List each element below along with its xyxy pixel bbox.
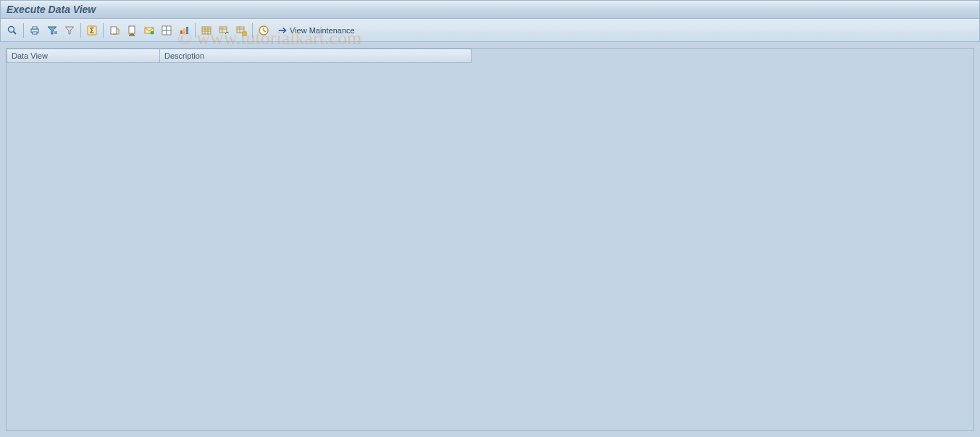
export-button[interactable] (106, 22, 123, 39)
svg-rect-19 (186, 27, 188, 34)
svg-rect-14 (167, 26, 171, 30)
svg-rect-31 (243, 32, 246, 36)
application-window: Execute Data View (0, 0, 980, 437)
filter-delete-icon (64, 25, 75, 36)
svg-rect-10 (129, 26, 135, 33)
arrow-right-icon (277, 25, 288, 36)
toolbar-separator (195, 23, 196, 38)
select-layout-button[interactable] (215, 22, 233, 39)
toolbar-separator (80, 23, 81, 38)
page-title: Execute Data View (7, 4, 96, 15)
mail-button[interactable] (141, 22, 158, 39)
chart-icon (178, 25, 190, 36)
execute-icon (258, 25, 269, 36)
grid-body (7, 63, 973, 430)
toolbar: Σ (0, 19, 980, 42)
layout-select-icon (218, 25, 230, 36)
abc-analysis-button[interactable] (158, 22, 175, 39)
execute-button[interactable] (255, 22, 272, 39)
change-layout-button[interactable] (198, 22, 215, 39)
set-filter-button[interactable] (43, 22, 61, 39)
svg-text:Σ: Σ (90, 27, 94, 35)
column-header-data-view[interactable]: Data View (7, 49, 160, 63)
content-area: Data View Description (0, 42, 980, 437)
column-header-description[interactable]: Description (160, 49, 472, 63)
svg-rect-25 (219, 27, 227, 33)
svg-rect-20 (202, 27, 211, 34)
svg-rect-15 (162, 30, 167, 35)
svg-rect-18 (183, 28, 185, 34)
svg-rect-3 (33, 27, 37, 29)
title-bar: Execute Data View (0, 0, 980, 19)
filter-icon (46, 25, 58, 36)
magnifier-icon (7, 25, 18, 36)
svg-rect-9 (111, 27, 117, 34)
export-icon (109, 25, 120, 36)
printer-icon (29, 25, 41, 36)
svg-rect-13 (162, 26, 167, 30)
toolbar-separator (252, 23, 253, 38)
svg-point-12 (151, 30, 154, 34)
svg-rect-4 (33, 32, 37, 34)
content-panel: Data View Description (6, 48, 974, 431)
sum-icon: Σ (86, 25, 98, 36)
svg-rect-17 (180, 30, 183, 34)
svg-rect-16 (167, 30, 171, 35)
svg-point-0 (9, 26, 14, 32)
view-maintenance-label: View Maintenance (290, 26, 355, 35)
sum-button[interactable]: Σ (83, 22, 101, 39)
mail-icon (143, 25, 155, 36)
details-button[interactable] (4, 22, 21, 39)
delete-filter-button[interactable] (61, 22, 78, 39)
graphic-button[interactable] (175, 22, 193, 39)
print-button[interactable] (26, 22, 43, 39)
abc-icon (161, 25, 172, 36)
toolbar-separator (103, 23, 104, 38)
local-file-button[interactable] (123, 22, 141, 39)
toolbar-separator (23, 23, 24, 38)
svg-line-1 (14, 31, 17, 34)
view-maintenance-button[interactable]: View Maintenance (272, 22, 360, 39)
save-layout-button[interactable] (233, 22, 250, 39)
local-file-icon (126, 25, 138, 36)
grid-header-row: Data View Description (7, 49, 973, 63)
layout-save-icon (235, 25, 247, 36)
layout-change-icon (201, 25, 212, 36)
